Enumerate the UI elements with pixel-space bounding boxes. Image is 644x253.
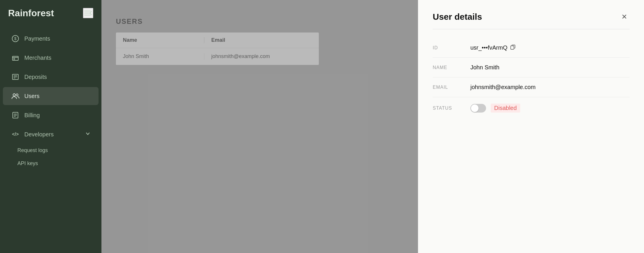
sidebar-item-developers[interactable]: </> Developers: [3, 125, 99, 143]
users-icon: [11, 92, 20, 100]
field-email-value: johnsmith@example.com: [470, 84, 536, 91]
panel-fields: ID usr_•••fvArmQ NAME John Smith EMAIL j…: [433, 38, 630, 119]
field-id: ID usr_•••fvArmQ: [433, 38, 630, 58]
field-name: NAME John Smith: [433, 58, 630, 77]
sidebar-item-api-keys[interactable]: API keys: [17, 157, 101, 170]
field-status-label: STATUS: [433, 106, 470, 111]
sidebar-item-deposits-label: Deposits: [24, 74, 47, 80]
status-badge: Disabled: [491, 104, 520, 113]
developers-sub-menu: Request logs API keys: [0, 144, 101, 170]
sidebar-item-developers-label: Developers: [24, 131, 54, 138]
main-content-area: USERS Name Email John Smith johnsmith@ex…: [101, 0, 418, 253]
deposits-icon: [11, 73, 20, 81]
svg-point-12: [16, 94, 18, 96]
sidebar-item-merchants[interactable]: Merchants: [3, 49, 99, 67]
merchants-icon: [11, 53, 20, 62]
status-toggle[interactable]: [470, 104, 486, 113]
sidebar-item-payments-label: Payments: [24, 35, 50, 42]
svg-text:$: $: [14, 36, 17, 41]
sidebar-item-users-label: Users: [24, 93, 39, 100]
panel-divider: [433, 29, 630, 29]
sidebar-item-request-logs[interactable]: Request logs: [17, 144, 101, 157]
sidebar-item-merchants-label: Merchants: [24, 55, 51, 61]
sidebar: Rainforest $ Payments: [0, 0, 101, 253]
sidebar-header: Rainforest: [0, 0, 101, 26]
field-email: EMAIL johnsmith@example.com: [433, 77, 630, 97]
panel-close-button[interactable]: ✕: [619, 12, 630, 22]
sidebar-item-deposits[interactable]: Deposits: [3, 68, 99, 86]
svg-point-11: [13, 94, 15, 96]
sidebar-item-billing[interactable]: Billing: [3, 106, 99, 124]
sidebar-item-payments[interactable]: $ Payments: [3, 30, 99, 48]
id-text: usr_•••fvArmQ: [470, 44, 507, 51]
field-id-value: usr_•••fvArmQ: [470, 44, 516, 51]
svg-rect-6: [14, 58, 15, 59]
toggle-knob: [471, 104, 479, 112]
field-id-label: ID: [433, 45, 470, 50]
overlay: [101, 0, 418, 253]
panel-header: User details ✕: [433, 12, 630, 22]
sidebar-collapse-button[interactable]: [83, 8, 93, 18]
copy-icon[interactable]: [510, 44, 516, 51]
sidebar-item-billing-label: Billing: [24, 112, 40, 119]
field-email-label: EMAIL: [433, 85, 470, 90]
sidebar-item-users[interactable]: Users: [3, 87, 99, 105]
user-details-panel: User details ✕ ID usr_•••fvArmQ NAME Joh…: [418, 0, 644, 253]
status-toggle-container: Disabled: [470, 104, 520, 113]
field-name-label: NAME: [433, 65, 470, 70]
svg-rect-17: [511, 46, 514, 49]
developers-icon: </>: [11, 130, 20, 139]
billing-icon: [11, 111, 20, 120]
svg-rect-5: [12, 56, 18, 60]
chevron-down-icon: [85, 131, 90, 138]
field-name-value: John Smith: [470, 64, 499, 71]
payments-icon: $: [11, 34, 20, 43]
field-status: STATUS Disabled: [433, 97, 630, 119]
panel-title: User details: [433, 12, 482, 22]
sidebar-nav: $ Payments Merchants: [0, 26, 101, 173]
app-title: Rainforest: [8, 8, 54, 19]
